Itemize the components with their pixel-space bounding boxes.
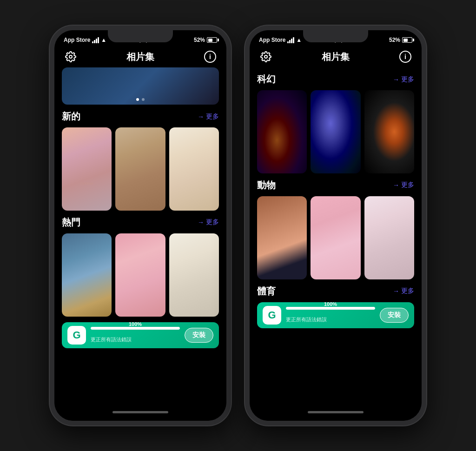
- section-header-sport: 體育 → 更多: [257, 285, 414, 298]
- gear-icon-1: [65, 51, 76, 62]
- ad-install-button-2[interactable]: 安裝: [380, 308, 409, 323]
- info-icon-2: i: [399, 51, 411, 63]
- section-header-hot: 熱門 → 更多: [62, 216, 219, 229]
- battery-icon-2: [402, 37, 412, 43]
- signal-icon-1: [92, 37, 99, 43]
- animal-image-1[interactable]: [257, 196, 307, 279]
- animal-image-grid: [257, 196, 414, 279]
- home-bar-1: [112, 411, 168, 413]
- battery-label-2: 52%: [389, 37, 400, 43]
- home-indicator-2: [250, 407, 422, 421]
- more-arrow-sport: →: [393, 287, 399, 295]
- more-link-sport[interactable]: → 更多: [393, 287, 414, 295]
- status-left-1: App Store ▲: [64, 37, 106, 43]
- carrier-label-2: App Store: [259, 37, 285, 43]
- phone-content-2[interactable]: 科幻 → 更多 動物 → 更多: [250, 67, 422, 407]
- wifi-icon-1: ▲: [101, 37, 106, 43]
- ad-progress-label-2: 100%: [324, 302, 337, 307]
- settings-button-1[interactable]: [64, 50, 78, 64]
- banner-carousel-1[interactable]: [62, 67, 219, 105]
- ad-subtitle-1: 更正所有語法錯誤: [91, 336, 180, 343]
- nav-bar-1: 相片集 i: [54, 46, 226, 67]
- info-icon-1: i: [204, 51, 216, 63]
- battery-icon-1: [207, 37, 217, 43]
- ad-banner-2[interactable]: G 100% 更正所有語法錯誤 安裝: [257, 302, 414, 328]
- more-arrow-new: →: [198, 113, 204, 120]
- new-image-1[interactable]: [62, 127, 112, 211]
- section-header-new: 新的 → 更多: [62, 110, 219, 123]
- nav-bar-2: 相片集 i: [250, 46, 422, 67]
- status-bar-2: App Store ▲ 下午 9:27 52%: [250, 30, 422, 46]
- phone-content-1[interactable]: 新的 → 更多 熱門 → 更多: [54, 67, 226, 407]
- section-title-animal: 動物: [257, 179, 276, 192]
- ad-content-1: 100% 更正所有語法錯誤: [91, 327, 180, 343]
- gear-icon-2: [260, 51, 271, 62]
- ad-icon-2: G: [263, 306, 281, 325]
- status-bar-1: App Store ▲ 下午 9:27 52%: [54, 30, 226, 46]
- carrier-label-1: App Store: [64, 37, 90, 43]
- section-title-sport: 體育: [257, 285, 276, 298]
- more-link-animal[interactable]: → 更多: [393, 181, 414, 189]
- more-link-scifi[interactable]: → 更多: [393, 75, 414, 84]
- ad-subtitle-2: 更正所有語法錯誤: [286, 316, 375, 323]
- ad-progress-bar-1: [91, 327, 180, 330]
- battery-label-1: 52%: [194, 37, 205, 43]
- scifi-image-3[interactable]: [364, 90, 414, 173]
- ad-progress-fill-1: [91, 327, 180, 330]
- ad-icon-1: G: [67, 326, 86, 345]
- phone-1: App Store ▲ 下午 9:27 52%: [50, 26, 231, 425]
- section-title-new: 新的: [62, 110, 80, 123]
- animal-image-3[interactable]: [364, 196, 414, 279]
- hot-image-3[interactable]: [169, 233, 219, 317]
- status-right-2: 52%: [389, 37, 412, 43]
- ad-progress-label-1: 100%: [129, 322, 142, 327]
- ad-progress-bar-2: [286, 307, 375, 310]
- section-header-animal: 動物 → 更多: [257, 179, 414, 192]
- home-indicator-1: [54, 407, 226, 421]
- more-link-hot[interactable]: → 更多: [198, 218, 219, 226]
- page-title-1: 相片集: [126, 51, 154, 63]
- animal-image-2[interactable]: [311, 196, 360, 279]
- section-title-hot: 熱門: [62, 216, 80, 229]
- dot-1: [136, 98, 139, 101]
- info-button-1[interactable]: i: [203, 50, 217, 64]
- new-image-3[interactable]: [169, 127, 219, 211]
- time-label-1: 下午 9:27: [137, 36, 163, 44]
- new-image-grid: [62, 127, 219, 211]
- ad-content-2: 100% 更正所有語法錯誤: [286, 307, 375, 323]
- page-title-2: 相片集: [322, 51, 350, 63]
- ad-banner-1[interactable]: G 100% 更正所有語法錯誤 安裝: [62, 322, 219, 348]
- section-header-scifi: 科幻 → 更多: [257, 73, 414, 86]
- hot-image-2[interactable]: [115, 233, 165, 317]
- settings-button-2[interactable]: [259, 50, 273, 64]
- svg-point-0: [69, 55, 72, 58]
- section-title-scifi: 科幻: [257, 73, 276, 86]
- status-right-1: 52%: [194, 37, 217, 43]
- ad-install-button-1[interactable]: 安裝: [185, 328, 213, 343]
- time-label-2: 下午 9:27: [332, 36, 358, 44]
- ad-progress-fill-2: [286, 307, 375, 310]
- new-image-2[interactable]: [115, 127, 165, 211]
- scifi-image-grid: [257, 90, 414, 173]
- more-link-new[interactable]: → 更多: [198, 113, 219, 121]
- signal-icon-2: [287, 37, 294, 43]
- dot-2: [142, 98, 145, 101]
- wifi-icon-2: ▲: [296, 37, 302, 43]
- svg-point-1: [264, 55, 267, 58]
- scifi-image-2[interactable]: [311, 90, 360, 173]
- status-left-2: App Store ▲: [259, 37, 302, 43]
- more-arrow-hot: →: [198, 219, 204, 226]
- home-bar-2: [308, 411, 364, 413]
- more-arrow-scifi: →: [393, 76, 399, 83]
- scifi-image-1[interactable]: [257, 90, 307, 173]
- more-arrow-animal: →: [393, 181, 399, 189]
- hot-image-grid: [62, 233, 219, 317]
- phone-2: App Store ▲ 下午 9:27 52%: [245, 26, 426, 425]
- hot-image-1[interactable]: [62, 233, 112, 317]
- info-button-2[interactable]: i: [398, 50, 412, 64]
